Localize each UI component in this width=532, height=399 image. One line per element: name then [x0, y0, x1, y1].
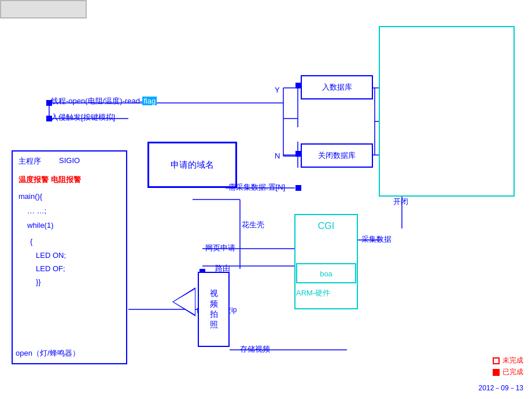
boa-box: boa	[296, 263, 356, 283]
video-label2: 频	[210, 299, 218, 309]
video-label4: 照	[210, 320, 218, 330]
video-label3: 拍	[210, 309, 218, 320]
warning-label: 温度报警 电阻报警	[19, 175, 81, 185]
legend-complete-label: 已完成	[503, 367, 523, 377]
close-db-label: 关闭数据库	[318, 150, 356, 161]
n-label: N	[275, 152, 280, 160]
off-label: 开闭	[393, 196, 408, 208]
open-label: open（灯/蜂鸣器）	[16, 348, 80, 359]
legend: 未完成 已完成	[493, 356, 523, 379]
cgi-label: CGI	[318, 221, 334, 231]
domain-box: 申请的域名	[147, 142, 237, 188]
dot-collect	[295, 185, 301, 191]
legend-incomplete: 未完成	[493, 356, 523, 365]
code7-label: }}	[36, 278, 41, 286]
code5-label: LED ON;	[36, 251, 66, 260]
legend-complete-icon	[493, 369, 500, 376]
legend-complete: 已完成	[493, 367, 523, 377]
arm-label: ARM-硬件	[296, 288, 330, 298]
collect-label: 采集数据	[361, 234, 391, 245]
code3-label: while(1)	[27, 221, 54, 230]
video-box: 视 频 拍 照	[198, 272, 230, 347]
flag-highlight: flag	[142, 97, 157, 105]
domain-label: 申请的域名	[171, 160, 214, 171]
store-video-label: 存储视频	[240, 344, 270, 354]
video-lens-inner	[173, 289, 195, 315]
code4-label: {	[30, 237, 32, 246]
sdcard-box	[379, 26, 515, 197]
legend-incomplete-label: 未完成	[503, 356, 523, 365]
enter-db-box: 入数据库	[301, 75, 373, 99]
diagram: 主程序 SIGIO 温度报警 电阻报警 main(){ … …; while(1…	[0, 0, 532, 399]
legend-incomplete-icon	[493, 357, 500, 364]
intrusion-label: 入侵触发[按键模拟]	[51, 112, 115, 123]
date-label: 2012－09－13	[479, 383, 523, 393]
peanut-label: 花生壳	[242, 220, 264, 230]
main-title: 主程序	[19, 156, 41, 167]
thread-label: 线程-open(电阻/温度)-read-flag	[51, 96, 157, 106]
y-label: Y	[275, 86, 280, 94]
code2-label: … …;	[27, 206, 46, 215]
video-label1: 视	[210, 289, 218, 299]
collect-data-label: 需采集数据.置[N]	[228, 182, 285, 193]
code6-label: LED OF;	[36, 264, 65, 273]
main-program-box: 主程序 SIGIO 温度报警 电阻报警 main(){ … …; while(1…	[12, 150, 127, 364]
enter-db-label: 入数据库	[322, 82, 352, 93]
web-request-label: 网页申请	[205, 243, 235, 253]
sigio-label: SIGIO	[59, 156, 80, 165]
boa-label: boa	[320, 269, 332, 278]
code1-label: main(){	[19, 192, 42, 201]
close-db-box: 关闭数据库	[301, 143, 373, 168]
domain-inner-bar	[0, 0, 87, 19]
